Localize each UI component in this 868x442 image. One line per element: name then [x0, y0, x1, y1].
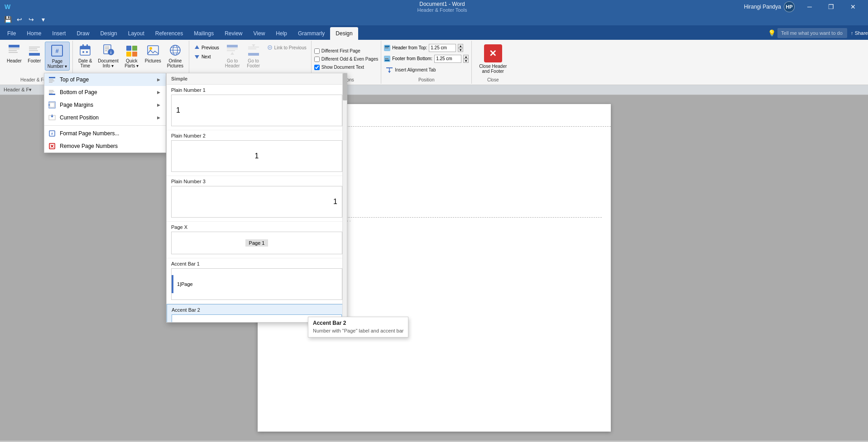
gallery-item-plain-number-3[interactable]: Plain Number 3 1 [167, 176, 347, 222]
close-header-footer-button[interactable]: ✕ Close Header and Footer [475, 42, 511, 76]
minimize-button[interactable]: ─ [799, 0, 820, 14]
close-hf-icon: ✕ [484, 44, 502, 62]
date-time-button[interactable]: Date & Time [76, 42, 95, 70]
undo-quick-btn[interactable]: ↩ [14, 14, 24, 24]
page-number-dropdown: Top of Page ▶ Bottom of Page ▶ Page Marg… [44, 73, 166, 153]
redo-quick-btn[interactable]: ↪ [26, 14, 36, 24]
svg-rect-11 [80, 46, 90, 49]
tab-insert[interactable]: Insert [47, 27, 71, 40]
close-button[interactable]: ✕ [843, 0, 863, 14]
insert-alignment-tab-button[interactable]: Insert Alignment Tab [384, 66, 437, 75]
save-quick-btn[interactable]: 💾 [3, 14, 13, 24]
tab-design[interactable]: Design [95, 27, 122, 40]
svg-rect-25 [132, 52, 137, 57]
share-button[interactable]: ↑ Share [851, 30, 868, 36]
page-number-button[interactable]: # Page Number ▾ [45, 42, 70, 71]
qa-dropdown-btn[interactable]: ▾ [38, 14, 48, 24]
tab-home[interactable]: Home [21, 27, 47, 40]
tab-view[interactable]: View [248, 27, 271, 40]
svg-rect-41 [248, 53, 259, 56]
svg-rect-53 [49, 81, 54, 81]
header-top-down[interactable]: ▼ [458, 48, 463, 52]
gallery-submenu: Simple Plain Number 1 1 Plain Number 2 1… [166, 73, 347, 323]
header-button[interactable]: Header [5, 42, 24, 65]
svg-rect-12 [82, 44, 84, 47]
tab-design-hf[interactable]: Design [330, 27, 358, 40]
footer-from-bottom-input[interactable] [434, 55, 461, 63]
gallery-item-plain-number-1[interactable]: Plain Number 1 1 [167, 85, 347, 130]
svg-rect-6 [29, 50, 38, 51]
gallery-scroll[interactable]: Simple Plain Number 1 1 Plain Number 2 1… [167, 73, 347, 322]
dropdown-item-remove-page-numbers[interactable]: Remove Page Numbers [44, 140, 166, 152]
header-top-spinner[interactable]: ▲ ▼ [458, 44, 463, 52]
dropdown-item-current-position[interactable]: Current Position ▶ [44, 111, 166, 124]
restore-button[interactable]: ❐ [821, 0, 842, 14]
svg-rect-13 [86, 44, 88, 47]
next-button[interactable]: Next [192, 52, 221, 61]
gallery-item-accent-bar-1[interactable]: Accent Bar 1 1|Page [167, 258, 347, 304]
dropdown-item-top-of-page[interactable]: Top of Page ▶ [44, 73, 166, 86]
document-title: Document1 - Word [419, 1, 465, 7]
plain-number-1-preview: 1 [171, 95, 342, 126]
pictures-icon [146, 43, 160, 57]
svg-rect-3 [9, 52, 18, 53]
dropdown-item-page-margins[interactable]: Page Margins ▶ [44, 99, 166, 111]
page-margins-icon [48, 101, 56, 109]
tab-mailings[interactable]: Mailings [188, 27, 219, 40]
svg-rect-2 [9, 50, 17, 51]
show-document-text-checkbox[interactable]: Show Document Text [314, 64, 364, 71]
breadcrumb[interactable]: Header & F▾ [4, 87, 32, 93]
svg-rect-40 [248, 48, 256, 49]
tab-draw[interactable]: Draw [71, 27, 95, 40]
quick-parts-button[interactable]: Quick Parts ▾ [122, 42, 142, 70]
tab-file[interactable]: File [2, 27, 21, 40]
search-input[interactable] [777, 28, 847, 38]
header-top-up[interactable]: ▲ [458, 44, 463, 48]
gallery-section-simple: Simple [167, 73, 347, 85]
footer-button[interactable]: Footer [25, 42, 44, 65]
gallery-scrollbar[interactable]: ▼ [342, 73, 347, 322]
ribbon-tabs: File Home Insert Draw Design Layout Refe… [0, 25, 868, 40]
tab-references[interactable]: References [150, 27, 188, 40]
goto-footer-button[interactable]: Go to Footer [244, 42, 263, 70]
tab-grammarly[interactable]: Grammarly [293, 27, 330, 40]
svg-marker-34 [195, 55, 199, 59]
previous-button[interactable]: Previous [192, 43, 221, 52]
pictures-button[interactable]: Pictures [143, 42, 163, 65]
user-name: Hirangi Pandya [744, 4, 781, 10]
header-position-icon [384, 45, 390, 51]
scrollbar-thumb[interactable] [343, 73, 347, 100]
footer-bottom-up[interactable]: ▲ [463, 55, 469, 59]
top-of-page-arrow: ▶ [157, 77, 160, 82]
tab-review[interactable]: Review [219, 27, 248, 40]
goto-header-button[interactable]: Go to Header [223, 42, 242, 70]
link-to-previous-button[interactable]: Link to Previous [265, 43, 308, 52]
format-page-numbers-icon: # [48, 129, 56, 138]
footer-bottom-down[interactable]: ▼ [463, 59, 469, 63]
svg-point-27 [149, 47, 152, 50]
svg-rect-48 [386, 67, 393, 68]
svg-rect-22 [126, 46, 131, 51]
svg-rect-51 [49, 77, 55, 78]
gallery-item-page-x[interactable]: Page X Page 1 [167, 222, 347, 258]
svg-rect-52 [49, 79, 53, 80]
bottom-of-page-arrow: ▶ [157, 90, 160, 95]
tab-help[interactable]: Help [270, 27, 293, 40]
dropdown-item-bottom-of-page[interactable]: Bottom of Page ▶ [44, 86, 166, 99]
user-info: Hirangi Pandya HP [744, 1, 795, 12]
online-pictures-button[interactable]: Online Pictures [164, 42, 186, 70]
footer-bottom-spinner[interactable]: ▲ ▼ [463, 55, 469, 63]
svg-rect-55 [49, 90, 53, 91]
different-odd-even-checkbox[interactable]: Different Odd & Even Pages [314, 56, 378, 62]
tab-layout[interactable]: Layout [123, 27, 150, 40]
window-controls[interactable]: ─ ❐ ✕ [799, 0, 863, 14]
svg-text:#: # [56, 48, 59, 54]
header-from-top-input[interactable] [429, 44, 456, 52]
page-margins-arrow: ▶ [157, 103, 160, 107]
gallery-item-plain-number-2[interactable]: Plain Number 2 1 [167, 130, 347, 176]
dropdown-item-format-page-numbers[interactable]: # Format Page Numbers... [44, 127, 166, 140]
plain-number-3-preview: 1 [171, 186, 342, 218]
document-info-button[interactable]: i Document Info ▾ [96, 42, 121, 70]
different-first-page-checkbox[interactable]: Different First Page [314, 48, 360, 54]
svg-rect-7 [29, 53, 40, 56]
